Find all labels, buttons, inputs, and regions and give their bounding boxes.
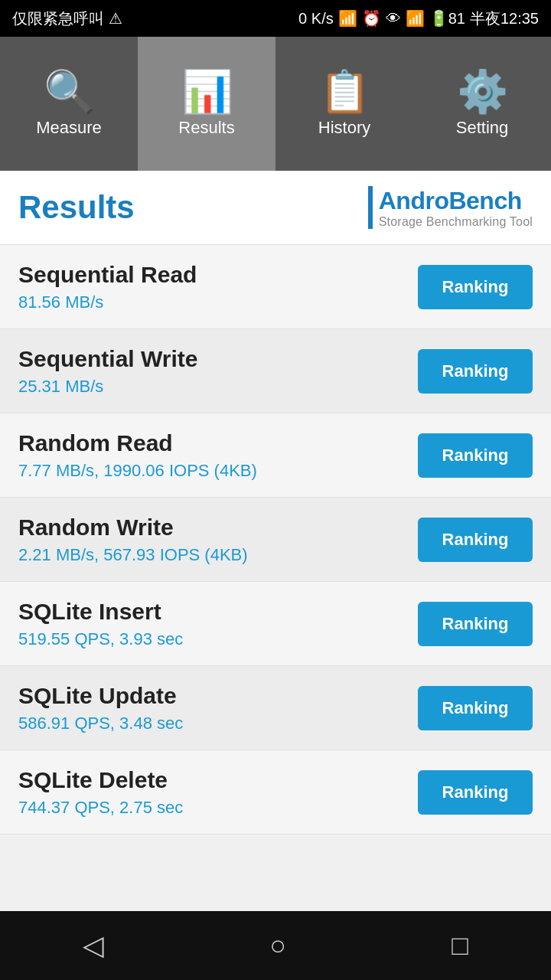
back-button[interactable]: ◁ <box>60 922 127 969</box>
status-left: 仅限紧急呼叫 ⚠ <box>12 8 122 29</box>
table-row: SQLite Delete 744.37 QPS, 2.75 sec Ranki… <box>0 750 551 835</box>
ranking-button[interactable]: Ranking <box>418 265 533 309</box>
home-button[interactable]: ○ <box>246 922 309 969</box>
ranking-button[interactable]: Ranking <box>418 770 533 815</box>
bench-value: 81.56 MB/s <box>18 292 197 312</box>
tab-results-label: Results <box>178 118 234 138</box>
bench-value: 586.91 QPS, 3.48 sec <box>18 714 183 733</box>
bench-info: Random Write 2.21 MB/s, 567.93 IOPS (4KB… <box>18 514 248 565</box>
table-row: SQLite Update 586.91 QPS, 3.48 sec Ranki… <box>0 666 551 750</box>
benchmark-list: Sequential Read 81.56 MB/s Ranking Seque… <box>0 245 551 911</box>
tab-measure[interactable]: 🔍 Measure <box>0 37 138 171</box>
table-row: Random Write 2.21 MB/s, 567.93 IOPS (4KB… <box>0 498 551 582</box>
bench-info: Sequential Read 81.56 MB/s <box>18 262 197 312</box>
tab-history[interactable]: 📋 History <box>276 37 413 171</box>
brand-name: AndroBench <box>379 187 522 215</box>
history-icon: 📋 <box>319 70 370 112</box>
results-title: Results <box>18 189 135 226</box>
bench-info: Sequential Write 25.31 MB/s <box>18 346 198 397</box>
bench-info: Random Read 7.77 MB/s, 1990.06 IOPS (4KB… <box>18 430 257 481</box>
status-bar: 仅限紧急呼叫 ⚠ 0 K/s 📶 ⏰ 👁 📶 🔋81 半夜12:35 <box>0 0 551 37</box>
signal-icon: 📶 <box>338 9 357 28</box>
bench-name: SQLite Insert <box>18 599 183 625</box>
ranking-button[interactable]: Ranking <box>418 518 533 562</box>
tab-measure-label: Measure <box>36 118 102 138</box>
bench-value: 7.77 MB/s, 1990.06 IOPS (4KB) <box>18 461 257 481</box>
tab-setting[interactable]: ⚙️ Setting <box>413 37 551 171</box>
brand-text: AndroBench Storage Benchmarking Tool <box>379 187 533 229</box>
table-row: Sequential Read 81.56 MB/s Ranking <box>0 245 551 329</box>
content-area: Results AndroBench Storage Benchmarking … <box>0 171 551 911</box>
network-speed: 0 K/s <box>298 10 334 28</box>
table-row: SQLite Insert 519.55 QPS, 3.93 sec Ranki… <box>0 582 551 666</box>
brand-bench: Bench <box>448 187 521 214</box>
bench-value: 25.31 MB/s <box>18 377 198 397</box>
bench-value: 744.37 QPS, 2.75 sec <box>18 798 183 818</box>
measure-icon: 🔍 <box>44 70 95 112</box>
table-row: Random Read 7.77 MB/s, 1990.06 IOPS (4KB… <box>0 413 551 498</box>
brand-accent-bar <box>368 186 373 229</box>
status-right: 0 K/s 📶 ⏰ 👁 📶 🔋81 半夜12:35 <box>298 8 539 29</box>
bench-value: 519.55 QPS, 3.93 sec <box>18 629 183 649</box>
tab-setting-label: Setting <box>456 118 509 138</box>
tab-bar: 🔍 Measure 📊 Results 📋 History ⚙️ Setting <box>0 37 551 171</box>
eye-icon: 👁 <box>386 10 401 28</box>
bench-name: SQLite Update <box>18 683 183 709</box>
bench-info: SQLite Insert 519.55 QPS, 3.93 sec <box>18 599 183 649</box>
results-header: Results AndroBench Storage Benchmarking … <box>0 171 551 245</box>
brand-andro: Andro <box>379 187 449 214</box>
wifi-icon: 📶 <box>406 9 425 28</box>
tab-history-label: History <box>318 118 370 138</box>
setting-icon: ⚙️ <box>457 70 508 112</box>
ranking-button[interactable]: Ranking <box>418 349 533 394</box>
bench-info: SQLite Update 586.91 QPS, 3.48 sec <box>18 683 183 733</box>
battery-icon: 🔋81 <box>429 9 465 28</box>
table-row: Sequential Write 25.31 MB/s Ranking <box>0 329 551 413</box>
recent-button[interactable]: □ <box>429 922 491 969</box>
bench-name: SQLite Delete <box>18 767 183 793</box>
bench-name: Random Read <box>18 430 257 456</box>
alarm-icon: ⏰ <box>362 9 381 28</box>
bench-name: Sequential Read <box>18 262 197 288</box>
ranking-button[interactable]: Ranking <box>418 433 533 478</box>
bench-info: SQLite Delete 744.37 QPS, 2.75 sec <box>18 767 183 818</box>
tab-results[interactable]: 📊 Results <box>138 37 276 171</box>
brand-area: AndroBench Storage Benchmarking Tool <box>368 186 533 229</box>
bottom-nav: ◁ ○ □ <box>0 911 551 980</box>
brand-subtitle: Storage Benchmarking Tool <box>379 215 533 229</box>
bench-name: Sequential Write <box>18 346 198 372</box>
bench-value: 2.21 MB/s, 567.93 IOPS (4KB) <box>18 545 248 565</box>
bench-name: Random Write <box>18 514 248 541</box>
results-icon: 📊 <box>181 70 233 112</box>
ranking-button[interactable]: Ranking <box>418 602 533 646</box>
ranking-button[interactable]: Ranking <box>418 686 533 730</box>
time: 半夜12:35 <box>470 8 539 29</box>
